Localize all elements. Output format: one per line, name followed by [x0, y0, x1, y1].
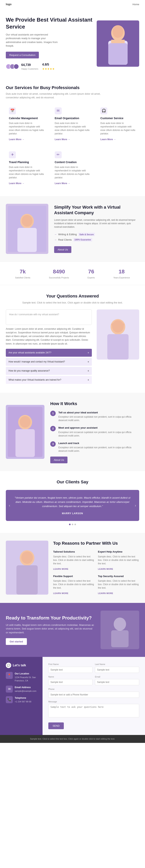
email-input[interactable] [95, 679, 139, 685]
faq-question-input[interactable]: How do I communicate with my virtual ass… [6, 309, 92, 325]
reason-1: Tailored Solutions Sample desc. Click to… [53, 550, 95, 571]
simplify-content: Simplify Your Work with a Virtual Assist… [54, 205, 139, 253]
reasons-content: Top Reasons to Partner With Us Tailored … [53, 540, 139, 595]
svg-point-3 [113, 26, 123, 38]
reason-4: Top Security Assured Sample desc. Click … [98, 575, 139, 595]
contact-email: ✉ Email Address sample@example.com [6, 686, 37, 693]
stat-clients: 7k Satisfied Clients [15, 268, 30, 279]
faq-item-1[interactable]: Are your virtual assistants available 24… [6, 349, 92, 357]
last-name-input[interactable] [95, 667, 139, 673]
service-desc-3: Duis aute irure dolor in reprehenderit i… [100, 121, 136, 135]
faq-item-4[interactable]: What makes your Virtual Assistants are t… [6, 376, 92, 384]
phone-title: Telephone [15, 696, 31, 700]
service-title-2: Email Organization [55, 116, 91, 120]
reason-title-2: Expert Help Anytime [98, 550, 139, 554]
step-content-3: Launch and track Excepteur sint occaecat… [58, 441, 139, 453]
dot-3[interactable] [74, 524, 76, 525]
reason-link-4[interactable]: LEARN MORE [98, 592, 113, 594]
svg-rect-22 [17, 565, 38, 595]
svg-point-14 [111, 323, 114, 326]
faq-right [97, 309, 139, 385]
how-about-button[interactable]: About Us [50, 457, 68, 463]
reason-2: Expert Help Anytime Sample desc. Click t… [98, 550, 139, 571]
step-number-1: 1 [50, 411, 56, 416]
step-title-1: Tell us about your ideal assistant [58, 411, 139, 414]
service-link-3[interactable]: Learn More → [100, 138, 116, 141]
step-2: 2 Meet and approve your assistant Except… [50, 426, 139, 437]
faq-left: How do I communicate with my virtual ass… [6, 309, 92, 385]
stat-projects: 8490 Successfully Projects [49, 268, 69, 279]
step-title-3: Launch and track [58, 441, 139, 445]
reason-desc-2: Sample desc. Click to select the text bo… [98, 555, 139, 565]
step-number-2: 2 [50, 426, 56, 431]
step-number-3: 3 [50, 441, 56, 447]
svg-point-19 [20, 416, 30, 428]
last-name-group: Last Name [95, 663, 139, 673]
step-desc-1: Excepteur sint occaecat cupidatat non pr… [58, 415, 139, 422]
service-title-5: Content Creation [55, 160, 91, 164]
hero-section: We Provide Best Virtual Assistant Servic… [0, 9, 145, 77]
stat-experts-number: 76 [88, 268, 95, 276]
dot-2[interactable] [72, 524, 73, 525]
chevron-icon: + [88, 351, 89, 355]
faq-subtitle: Sample text. Click to select the text bo… [6, 301, 139, 305]
how-it-works-section: How It Works 1 Tell us about your ideal … [0, 393, 145, 471]
service-desc-4: Duis aute irure dolor in reprehenderit i… [9, 165, 45, 179]
phone-input[interactable] [48, 691, 139, 698]
reason-title-3: Flexible Support [53, 575, 95, 578]
service-link-1[interactable]: Learn More → [9, 138, 24, 141]
service-link-4[interactable]: Learn More → [9, 182, 24, 185]
feature-list: Writing & Editing Safe & Secure Real Cli… [54, 232, 139, 242]
contact-form: First Name Last Name Name Email Phone Me… [43, 657, 145, 735]
feature-badge-1: Safe & Secure [78, 233, 95, 237]
faq-item-3[interactable]: How do you manage quality assurance? + [6, 367, 92, 375]
svg-point-15 [122, 323, 124, 326]
testimonials-title: Our Clients Say [6, 479, 139, 485]
service-link-5[interactable]: Learn More → [55, 182, 70, 185]
submit-button[interactable]: SEND [48, 722, 64, 729]
faq-illustration [99, 309, 137, 360]
hero-stats: 64,739 Happy Customers 4.8/5 ★★★★★ [6, 62, 93, 71]
reason-link-3[interactable]: LEARN MORE [53, 592, 68, 594]
reason-link-2[interactable]: LEARN MORE [98, 568, 113, 570]
how-illustration [8, 407, 43, 457]
dot-1[interactable] [69, 524, 71, 525]
cta-content: Ready to Transform Your Productivity? Ut… [6, 615, 95, 645]
faq-item-2[interactable]: How would I manage and contact my Virtua… [6, 358, 92, 366]
hero-image [97, 21, 139, 67]
nav-menu[interactable]: Home [132, 2, 139, 6]
first-name-input[interactable] [48, 667, 93, 673]
phone-icon: 📞 [6, 696, 13, 703]
hero-cta-button[interactable]: Request a Consultation [6, 52, 39, 58]
step-desc-3: Excepteur sint occaecat cupidatat non pr… [58, 446, 139, 453]
simplify-about-button[interactable]: About Us [54, 246, 71, 253]
feature-item-1: Writing & Editing Safe & Secure [54, 232, 139, 237]
name-row: First Name Last Name [48, 663, 139, 673]
reason-desc-4: Sample desc. Click to select the text bo… [98, 579, 139, 590]
how-content: How It Works 1 Tell us about your ideal … [50, 400, 139, 464]
step-content-2: Meet and approve your assistant Excepteu… [58, 426, 139, 437]
svg-rect-12 [107, 334, 128, 360]
customers-label: Happy Customers [21, 67, 38, 70]
arrow-right-icon[interactable]: › [135, 502, 136, 508]
name-label: Name [48, 675, 93, 679]
chevron-icon: + [88, 378, 89, 382]
carousel-dots [6, 524, 139, 525]
contact-location: 📍 Our Location 1234 Peaceful St. San Fra… [6, 672, 37, 682]
reason-link-1[interactable]: LEARN MORE [53, 568, 68, 570]
message-input[interactable] [48, 704, 139, 717]
contact-row: Name Email [48, 675, 139, 685]
footer: Sample text. Click to select the text bo… [0, 735, 145, 743]
name-input[interactable] [48, 679, 93, 685]
testimonial-carousel: ‹ › "Veniam pariatur dui orcasm, feugiat… [6, 490, 139, 521]
rating-number: 4.8/5 [42, 62, 55, 67]
service-link-2[interactable]: Learn More → [55, 138, 70, 141]
faq-title: Your Questions Answered [6, 293, 139, 299]
reasons-section: Top Reasons to Partner With Us Tailored … [0, 533, 145, 603]
customers-stat: 64,739 Happy Customers [21, 63, 38, 70]
arrow-left-icon[interactable]: ‹ [9, 502, 10, 508]
step-content-1: Tell us about your ideal assistant Excep… [58, 411, 139, 422]
cta-button[interactable]: Get started [6, 638, 27, 645]
reason-3: Flexible Support Sample desc. Click to s… [53, 575, 95, 595]
logo: logo [6, 2, 11, 6]
